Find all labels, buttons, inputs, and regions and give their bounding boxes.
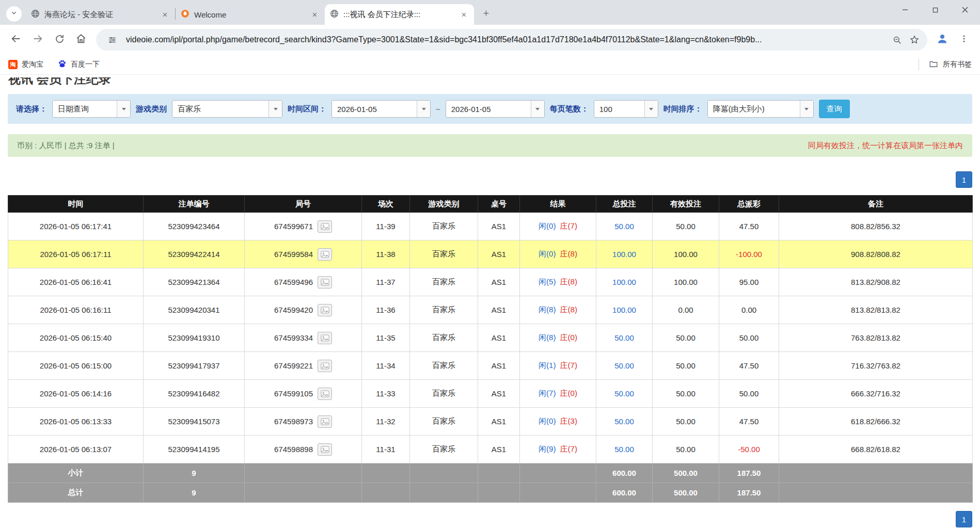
cell-table-no: AS1 <box>478 352 520 380</box>
tab-search-button[interactable] <box>6 6 22 22</box>
cell-result: 闲(8) 庄(8) <box>520 296 596 324</box>
forward-button[interactable] <box>27 29 49 51</box>
round-media-button[interactable] <box>318 332 332 344</box>
round-media-button[interactable] <box>318 415 332 428</box>
bookmark-baidu[interactable]: 百度一下 <box>58 59 100 70</box>
header-payout: 总派彩 <box>719 196 779 213</box>
browser-toolbar: videoie.com/ipl/portal.php/game/betrecor… <box>0 25 980 55</box>
total-total-bet: 600.00 <box>596 483 653 503</box>
cell-table-no: AS1 <box>478 268 520 296</box>
round-media-button[interactable] <box>318 248 332 261</box>
sort-value: 降冪(由大到小) <box>708 101 800 117</box>
round-media-button[interactable] <box>318 360 332 372</box>
cell-valid-bet: 50.00 <box>653 324 719 352</box>
dropdown-arrow-icon[interactable] <box>268 101 282 117</box>
result-player: 闲(0) <box>539 221 556 230</box>
cell-total-bet[interactable]: 50.00 <box>596 408 653 436</box>
cell-session: 11-39 <box>362 213 410 241</box>
close-icon[interactable] <box>309 9 320 20</box>
bookmark-taobao[interactable]: 淘 爱淘宝 <box>8 60 43 69</box>
cell-round: 674598898 <box>245 436 362 463</box>
close-icon[interactable] <box>459 9 469 20</box>
tab-haiyan-forum[interactable]: 海燕论坛 - 安全验证 <box>26 4 175 25</box>
page-number-button[interactable]: 1 <box>956 171 972 188</box>
tab-welcome[interactable]: Welcome <box>176 4 325 25</box>
cell-total-bet[interactable]: 50.00 <box>596 380 653 408</box>
cell-session: 11-33 <box>362 380 410 408</box>
round-media-button[interactable] <box>318 220 332 233</box>
date-mode-value: 日期查询 <box>53 101 117 117</box>
window-controls <box>890 0 980 21</box>
url-text[interactable]: videoie.com/ipl/portal.php/game/betrecor… <box>126 35 888 44</box>
close-window-button[interactable] <box>950 0 980 21</box>
date-mode-select[interactable]: 日期查询 <box>52 100 131 118</box>
game-type-select[interactable]: 百家乐 <box>172 100 282 118</box>
zoom-icon[interactable] <box>888 31 906 49</box>
browser-menu-button[interactable] <box>953 29 975 51</box>
cell-total-bet[interactable]: 50.00 <box>596 436 653 463</box>
result-player: 闲(9) <box>539 444 556 453</box>
subtotal-label: 小计 <box>8 463 144 483</box>
cell-table-no: AS1 <box>478 241 520 268</box>
dropdown-arrow-icon[interactable] <box>417 101 430 117</box>
date-to-value: 2026-01-05 <box>446 101 531 117</box>
back-button[interactable] <box>5 29 27 51</box>
subtotal-count: 9 <box>144 463 245 483</box>
page-content: 视讯 会员下注纪录 请选择： 日期查询 游戏类别 百家乐 时间区间： 2026-… <box>0 77 980 529</box>
image-icon <box>321 390 329 397</box>
round-media-button[interactable] <box>318 304 332 316</box>
date-from-select[interactable]: 2026-01-05 <box>331 100 431 118</box>
site-info-icon[interactable] <box>103 31 121 49</box>
header-session: 场次 <box>362 196 410 213</box>
dropdown-arrow-icon[interactable] <box>644 101 658 117</box>
all-bookmarks-button[interactable]: 所有书签 <box>919 59 972 70</box>
close-icon[interactable] <box>160 9 170 20</box>
home-button[interactable] <box>70 29 92 51</box>
minimize-button[interactable] <box>890 0 920 21</box>
image-icon <box>321 334 329 342</box>
new-tab-button[interactable] <box>478 6 494 22</box>
cell-total-bet[interactable]: 50.00 <box>596 213 653 241</box>
bookmarks-divider <box>919 59 919 70</box>
cell-total-bet[interactable]: 100.00 <box>596 241 653 268</box>
per-page-select[interactable]: 100 <box>594 100 658 118</box>
cell-round: 674599420 <box>245 296 362 324</box>
tab-bet-record[interactable]: :::视讯 会员下注纪录::: <box>325 4 474 25</box>
dropdown-arrow-icon[interactable] <box>531 101 544 117</box>
cell-bet-id: 523099417937 <box>144 352 245 380</box>
round-number: 674599420 <box>274 306 313 314</box>
cell-total-bet[interactable]: 50.00 <box>596 352 653 380</box>
close-icon <box>962 6 968 15</box>
url-bar[interactable]: videoie.com/ipl/portal.php/game/betrecor… <box>96 29 927 51</box>
reload-button[interactable] <box>49 29 70 51</box>
bookmark-star-icon[interactable] <box>906 31 923 49</box>
cell-total-bet[interactable]: 50.00 <box>596 324 653 352</box>
cell-session: 11-35 <box>362 324 410 352</box>
cell-round: 674599334 <box>245 324 362 352</box>
cell-result: 闲(9) 庄(7) <box>520 436 596 463</box>
round-media-button[interactable] <box>318 388 332 400</box>
result-banker: 庄(8) <box>560 277 577 286</box>
cell-total-bet[interactable]: 100.00 <box>596 296 653 324</box>
round-media-button[interactable] <box>318 443 332 456</box>
image-icon <box>321 362 329 370</box>
query-button[interactable]: 查询 <box>819 100 850 118</box>
maximize-button[interactable] <box>920 0 950 21</box>
cell-game-type: 百家乐 <box>410 324 478 352</box>
cell-session: 11-36 <box>362 296 410 324</box>
date-to-select[interactable]: 2026-01-05 <box>446 100 545 118</box>
dropdown-arrow-icon[interactable] <box>800 101 813 117</box>
header-result: 结果 <box>520 196 596 213</box>
result-player: 闲(5) <box>539 277 556 286</box>
cell-total-bet[interactable]: 100.00 <box>596 268 653 296</box>
sort-select[interactable]: 降冪(由大到小) <box>707 100 814 118</box>
table-row: 2026-01-05 06:13:07 523099414195 6745988… <box>8 436 973 463</box>
reload-icon <box>54 34 65 46</box>
profile-button[interactable] <box>931 29 953 51</box>
cell-table-no: AS1 <box>478 324 520 352</box>
table-row: 2026-01-05 06:13:33 523099415073 6745989… <box>8 408 973 436</box>
round-media-button[interactable] <box>318 276 332 288</box>
dropdown-arrow-icon[interactable] <box>117 101 130 117</box>
select-mode-label: 请选择： <box>16 104 47 114</box>
page-number-button[interactable]: 1 <box>956 511 972 527</box>
